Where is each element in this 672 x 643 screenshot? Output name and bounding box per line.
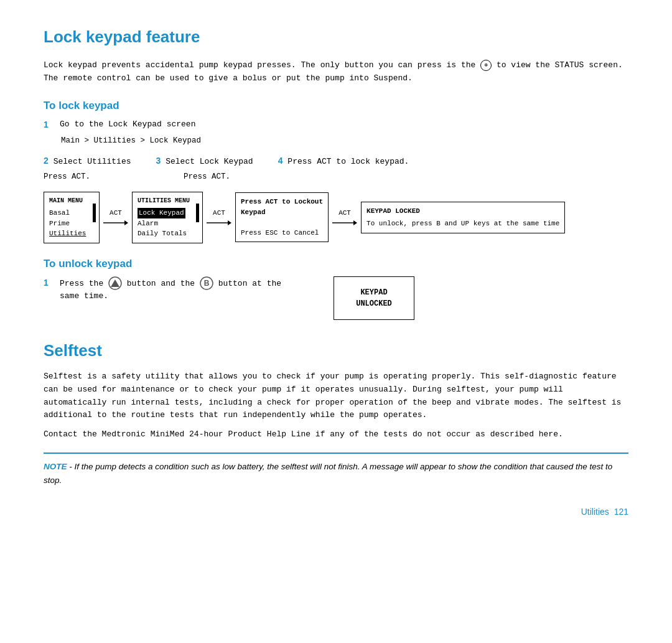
press-act-1: Press ACT. xyxy=(44,171,90,183)
step2-text: Select Utilities xyxy=(54,157,131,166)
utilities-menu-title: UTILITIES MENU xyxy=(138,196,190,205)
arrow1-svg xyxy=(103,218,128,227)
press-act-2: Press ACT. xyxy=(184,171,230,183)
keypad-unlocked-box: KEYPAD UNLOCKED xyxy=(334,276,414,320)
step4-text: Press ACT to lock keypad. xyxy=(287,157,409,166)
lock-step-1: 1 Go to the Lock Keypad screen xyxy=(44,118,628,131)
keypad-locked-title: KEYPAD LOCKED xyxy=(366,206,559,217)
keypad-unlocked-line2: UNLOCKED xyxy=(356,299,392,308)
unlock-numbered-item: 1 Press the button and the B button at xyxy=(44,276,296,303)
unlock-step1-text: Press the button and the B button at the… xyxy=(60,276,296,303)
keypad-unlocked-line1: KEYPAD xyxy=(360,288,387,297)
utilities-lock-keypad: Lock Keypad xyxy=(138,208,185,218)
step1-text: Go to the Lock Keypad screen xyxy=(60,118,195,131)
lockout-line2: Keypad xyxy=(241,207,323,218)
lockout-screen-box: Press ACT to Lockout Keypad Press ESC to… xyxy=(235,192,329,242)
step3-container: 3 Select Lock Keypad xyxy=(156,154,253,168)
svg-marker-3 xyxy=(228,220,231,225)
act-label-3: ACT xyxy=(338,208,351,218)
footer-text: Utilities 121 xyxy=(581,505,628,519)
footer-page: 121 xyxy=(614,507,628,517)
arrow1: ACT xyxy=(103,208,128,227)
step4-container: 4 Press ACT to lock keypad. xyxy=(278,154,409,168)
utilities-alarm: Alarm xyxy=(138,218,190,229)
selftest-heading: Selftest xyxy=(44,339,628,363)
keypad-locked-box: KEYPAD LOCKED To unlock, press B and UP … xyxy=(361,202,565,233)
to-lock-keypad-heading: To lock keypad xyxy=(44,98,628,114)
utilities-menu-box: UTILITIES MENU Lock Keypad Alarm Daily T… xyxy=(132,192,203,243)
note-label: NOTE xyxy=(44,462,67,471)
step2-num: 2 xyxy=(44,156,49,166)
b-button-icon: B xyxy=(200,276,213,290)
to-unlock-keypad-heading: To unlock keypad xyxy=(44,256,628,272)
utilities-daily-totals: Daily Totals xyxy=(138,228,190,239)
main-menu-title: MAIN MENU xyxy=(49,196,86,205)
step3-num: 3 xyxy=(156,156,161,166)
step1-num: 1 xyxy=(44,118,56,131)
unlock-row: 1 Press the button and the B button at xyxy=(44,276,628,320)
step2-container: 2 Select Utilities xyxy=(44,154,131,168)
note-content: - If the pump detects a condition such a… xyxy=(44,462,612,485)
main-menu-sidebar xyxy=(93,204,96,222)
svg-text:B: B xyxy=(204,279,210,288)
arrow2-svg xyxy=(207,218,231,227)
act-label-2: ACT xyxy=(213,208,225,218)
note-text: NOTE - If the pump detects a condition s… xyxy=(44,460,628,487)
lockout-line3: Press ESC to Cancel xyxy=(241,228,323,238)
unlock-step1-num: 1 xyxy=(44,276,56,289)
selftest-body1: Selftest is a safety utility that allows… xyxy=(44,370,628,422)
intro-text: Lock keypad prevents accidental pump key… xyxy=(44,59,628,85)
svg-marker-7 xyxy=(111,279,119,287)
note-section: NOTE - If the pump detects a condition s… xyxy=(44,453,628,487)
step3-text: Select Lock Keypad xyxy=(166,157,253,166)
step4-num: 4 xyxy=(278,156,283,166)
utilities-menu-sidebar xyxy=(196,204,199,222)
main-menu-basal: Basal xyxy=(49,208,86,218)
lockout-line1: Press ACT to Lockout xyxy=(241,197,323,207)
main-menu-box: MAIN MENU Basal Prime Utilities xyxy=(44,192,100,243)
act-label-1: ACT xyxy=(110,208,122,218)
main-menu-prime: Prime xyxy=(49,218,86,229)
triangle-icon xyxy=(108,276,122,290)
footer: Utilities 121 xyxy=(44,505,628,519)
footer-section: Utilities xyxy=(581,507,609,517)
page-title: Lock keypad feature xyxy=(44,25,628,49)
arrow3: ACT xyxy=(332,208,357,227)
breadcrumb: Main > Utilities > Lock Keypad xyxy=(61,135,628,147)
unlock-step-1: 1 Press the button and the B button at xyxy=(44,276,296,307)
arrow2: ACT xyxy=(207,208,231,227)
svg-marker-1 xyxy=(124,220,128,225)
svg-marker-5 xyxy=(353,220,357,225)
lock-diagram: MAIN MENU Basal Prime Utilities ACT UTIL… xyxy=(44,192,628,243)
main-menu-utilities: Utilities xyxy=(49,228,86,239)
keypad-locked-text: To unlock, press B and UP keys at the sa… xyxy=(366,220,559,227)
arrow3-svg xyxy=(332,218,357,227)
selftest-body2: Contact the Medtronic MiniMed 24-hour Pr… xyxy=(44,428,628,441)
steps-234: 2 Select Utilities 3 Select Lock Keypad … xyxy=(44,154,628,168)
